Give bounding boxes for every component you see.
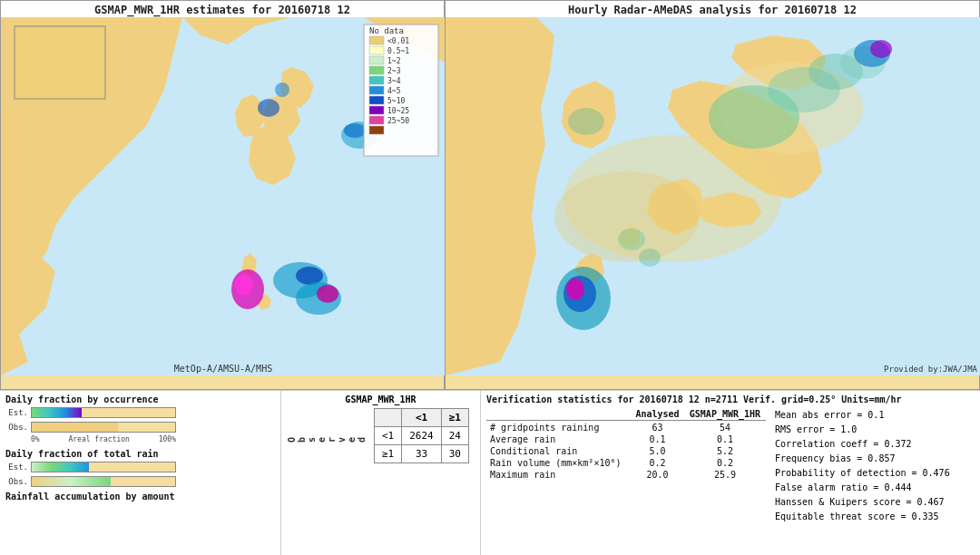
obs-label-1: Obs. [5,423,28,432]
svg-text:3~4: 3~4 [387,77,401,85]
stat-1: RMS error = 1.0 [775,423,975,437]
left-map-area: 25 20 15 10 5 0 105 110 115 120 125 130 … [1,17,446,375]
svg-text:5~10: 5~10 [387,97,405,105]
contingency-row-gte1: ≥1 [375,445,402,463]
svg-rect-33 [369,126,384,134]
verif-gsmap-0: 54 [684,422,766,433]
right-map-attribution: Provided by:JWA/JMA [884,365,977,374]
left-map-title: GSMAP_MWR_1HR estimates for 20160718 12 [1,1,444,17]
chart1-title: Daily fraction by occurrence [5,394,275,404]
verif-gsmap-4: 25.9 [684,469,766,481]
verif-row-2: Conditional rain 5.0 5.2 [486,445,766,457]
contingency-col-gte1: ≥1 [441,409,468,427]
est-bar-2 [31,462,176,472]
contingency-empty [375,409,402,427]
contingency-table: <1 ≥1 <1 2624 24 ≥1 33 30 [374,408,469,463]
contingency-row-lt1: <1 [375,427,402,445]
contingency-col-lt1: <1 [402,409,442,427]
right-map-svg [446,17,980,375]
stat-7: Equitable threat score = 0.335 [775,510,975,524]
svg-rect-17 [369,46,384,54]
stat-5: False alarm ratio = 0.444 [775,481,975,495]
contingency-val-r1c1: 2624 [402,427,442,445]
obs-bar-2 [31,476,176,487]
verif-analysed-4: 20.0 [631,469,684,481]
svg-point-7 [296,267,323,285]
stat-4: Probability of detection = 0.476 [775,466,975,481]
svg-rect-31 [369,116,384,124]
svg-point-41 [870,40,892,58]
svg-point-4 [258,99,279,117]
verif-row-0: # gridpoints raining 63 54 [486,422,766,433]
svg-text:0.5~1: 0.5~1 [387,47,409,55]
verif-label-2: Conditional rain [486,445,631,457]
verif-col-empty [486,408,631,421]
verif-label-0: # gridpoints raining [486,422,631,433]
svg-text:25~50: 25~50 [387,117,409,125]
left-map-attribution: MetOp-A/AMSU-A/MHS [174,364,272,374]
verif-label-3: Rain volume (mm×km²×10⁶) [486,457,631,469]
left-map-svg: No data <0.01 0.5~1 1~2 2~3 3~4 4~5 5~10 [1,17,446,375]
contingency-title: GSMAP_MWR_1HR [287,394,475,404]
right-map-area: 45 40 35 30 25 20 120 125 130 135 140 14… [446,17,980,375]
verif-gsmap-3: 0.2 [684,457,766,469]
right-map-title: Hourly Radar-AMeDAS analysis for 2016071… [446,1,979,17]
contingency-val-r1c2: 24 [441,427,468,445]
verif-analysed-1: 0.1 [631,433,684,445]
verif-analysed-3: 0.2 [631,457,684,469]
verif-row-3: Rain volume (mm×km²×10⁶) 0.2 0.2 [486,457,766,469]
svg-point-46 [566,278,584,300]
stat-3: Frequency bias = 0.857 [775,452,975,466]
svg-point-49 [639,248,661,267]
verif-analysed-2: 5.0 [631,445,684,457]
svg-rect-19 [369,56,384,64]
svg-point-48 [618,229,645,250]
svg-rect-12 [15,26,105,99]
verification-panel: Verification statistics for 20160718 12 … [481,391,980,555]
svg-text:<0.01: <0.01 [387,37,409,45]
verif-gsmap-2: 5.2 [684,445,766,457]
verif-label-4: Maximum rain [486,469,631,481]
est-label-1: Est. [5,408,28,417]
verif-gsmap-1: 0.1 [684,433,766,445]
verif-row-1: Average rain 0.1 0.1 [486,433,766,445]
verif-col-analysed: Analysed [631,408,684,421]
verif-title: Verification statistics for 20160718 12 … [486,394,975,404]
contingency-panel: GSMAP_MWR_1HR Observed <1 ≥1 <1 [281,391,481,555]
bar-axis-1: 0% Areal fraction 100% [31,435,176,443]
svg-rect-21 [369,66,384,74]
obs-label-2: Obs. [5,477,28,486]
stat-2: Correlation coeff = 0.372 [775,437,975,452]
est-label-2: Est. [5,462,28,472]
svg-text:10~25: 10~25 [387,107,409,115]
svg-rect-15 [369,36,384,44]
obs-vertical-label: Observed [287,408,370,443]
chart2-title: Daily fraction of total rain [5,449,275,459]
svg-rect-23 [369,76,384,84]
svg-rect-25 [369,86,384,94]
chart3-title: Rainfall accumulation by amount [5,492,275,501]
svg-rect-29 [369,106,384,114]
svg-rect-27 [369,96,384,104]
verif-analysed-0: 63 [631,422,684,433]
verif-label-1: Average rain [486,433,631,445]
verif-table: Analysed GSMAP_MWR_1HR # gridpoints rain… [486,408,766,481]
verif-col-gsmap: GSMAP_MWR_1HR [684,408,766,421]
svg-point-9 [317,285,338,303]
svg-point-3 [235,274,253,296]
contingency-val-r2c1: 33 [402,445,442,463]
svg-point-5 [275,83,289,97]
svg-text:No data: No data [369,26,404,35]
contingency-val-r2c2: 30 [441,445,468,463]
obs-bar-1 [31,422,176,433]
bottom-left-panel: Daily fraction by occurrence Est. Obs. 0… [0,391,281,555]
stat-6: Hanssen & Kuipers score = 0.467 [775,495,975,510]
verif-right-stats: Mean abs error = 0.1 RMS error = 1.0 Cor… [775,408,975,524]
svg-text:1~2: 1~2 [387,57,401,65]
stat-0: Mean abs error = 0.1 [775,408,975,423]
svg-text:2~3: 2~3 [387,67,401,75]
svg-point-11 [344,123,366,138]
svg-point-47 [568,108,604,135]
est-bar-1 [31,407,176,418]
svg-text:4~5: 4~5 [387,87,401,95]
